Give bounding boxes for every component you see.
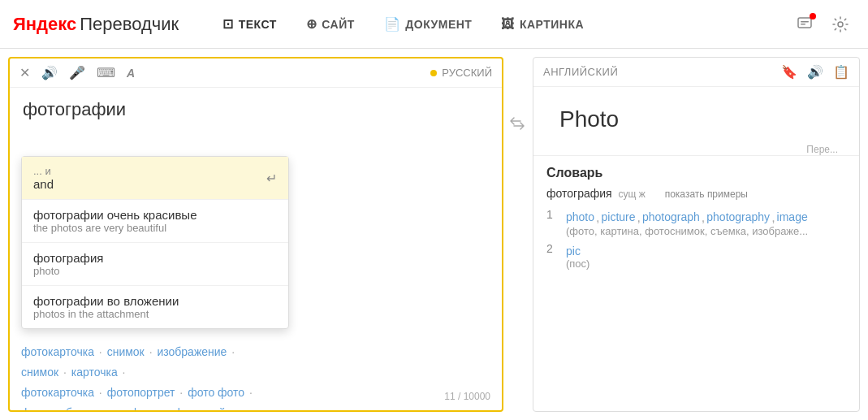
dict-word: фотография <box>546 187 612 200</box>
dict-hint-1: (фото, картина, фотоснимок, съемка, изоб… <box>566 225 808 237</box>
autocomplete-dropdown: ... и and ↵ фотографии очень красивые th… <box>21 156 289 329</box>
tab-text[interactable]: ⊡ ТЕКСТ <box>211 10 288 38</box>
dict-row-1: 1 photo, picture, photograph, photograph… <box>546 208 846 237</box>
mic-icon[interactable]: 🎤 <box>69 65 85 80</box>
autocomplete-suggestion-3: фотографии во вложении <box>33 294 179 308</box>
syn-fotoizob[interactable]: фотоизображение <box>21 406 118 410</box>
copy-icon[interactable]: 📋 <box>833 64 849 80</box>
logo-subtitle: Переводчик <box>80 14 179 35</box>
syn-fotosnimok[interactable]: фотографический снимок <box>131 406 266 410</box>
logo-yandex: Яндекс <box>13 14 76 35</box>
dictionary-title: Словарь <box>546 166 846 180</box>
lang-dot <box>430 70 437 76</box>
dict-num-1: 1 <box>546 208 559 221</box>
source-toolbar: ✕ 🔊 🎤 ⌨ A РУССКИЙ <box>10 58 502 88</box>
syn-фотокарточка[interactable]: фотокарточка <box>21 345 94 358</box>
dict-trans-photograph[interactable]: photograph <box>642 210 700 225</box>
logo: Яндекс Переводчик <box>13 14 179 35</box>
source-panel: ✕ 🔊 🎤 ⌨ A РУССКИЙ фотографии ... и and ↵ <box>8 57 503 412</box>
notification-dot <box>810 13 816 19</box>
settings-button[interactable] <box>826 10 855 39</box>
dictionary-section: Словарь фотография сущ ж показать пример… <box>533 155 859 411</box>
source-lang-label: РУССКИЙ <box>430 67 492 79</box>
dict-trans-image[interactable]: image <box>777 210 808 225</box>
syn-изображение[interactable]: изображение <box>157 345 227 358</box>
right-toolbar-icons: 🔖 🔊 📋 <box>781 64 849 80</box>
keyboard-icon[interactable]: ⌨ <box>97 65 115 80</box>
image-tab-icon: 🖼 <box>501 17 515 32</box>
syn-fotoportret2[interactable]: фотопортрет <box>107 386 175 399</box>
autocomplete-hint: ... и <box>33 165 54 177</box>
translation-section: Photo Пере... <box>533 87 859 155</box>
text-style-icon[interactable]: A <box>127 67 135 80</box>
autocomplete-sub-1: the photos are very beautiful <box>33 222 196 234</box>
dict-row-2: 2 pic (пос) <box>546 242 846 270</box>
dict-hint-2: (пос) <box>566 258 589 270</box>
svg-rect-0 <box>798 18 811 28</box>
tab-image-label: КАРТИНКА <box>520 18 584 31</box>
autocomplete-suggestion-1: фотографии очень красивые <box>33 208 196 222</box>
perephrase-label: Пере... <box>546 144 846 155</box>
header-right <box>790 10 855 39</box>
autocomplete-sub-3: photos in the attachment <box>33 308 179 320</box>
autocomplete-sub-2: photo <box>33 265 103 277</box>
header: Яндекс Переводчик ⊡ ТЕКСТ ⊕ САЙТ 📄 ДОКУМ… <box>0 0 868 49</box>
dict-pos: сущ ж <box>619 188 646 200</box>
char-count: 11 / 10000 <box>444 391 490 402</box>
dict-trans-photo[interactable]: photo <box>566 210 594 225</box>
main-content: ✕ 🔊 🎤 ⌨ A РУССКИЙ фотографии ... и and ↵ <box>0 49 868 420</box>
history-button[interactable] <box>790 10 819 39</box>
nav-tabs: ⊡ ТЕКСТ ⊕ САЙТ 📄 ДОКУМЕНТ 🖼 КАРТИНКА <box>211 10 790 38</box>
autocomplete-main: and <box>33 177 54 191</box>
close-icon[interactable]: ✕ <box>19 65 30 80</box>
target-lang-label: АНГЛИЙСКИЙ <box>543 66 618 78</box>
autocomplete-suggestion-2: фотография <box>33 251 103 265</box>
autocomplete-item-1[interactable]: фотографии очень красивые the photos are… <box>22 200 288 243</box>
syn-снимок[interactable]: снимок <box>107 345 145 358</box>
autocomplete-item-2[interactable]: фотография photo <box>22 243 288 286</box>
dict-translations-1: photo, picture, photograph, photography,… <box>566 210 808 225</box>
tab-document[interactable]: 📄 ДОКУМЕНТ <box>373 10 484 38</box>
text-tab-icon: ⊡ <box>222 16 234 32</box>
tab-site[interactable]: ⊕ САЙТ <box>295 10 366 38</box>
dict-trans-picture[interactable]: picture <box>602 210 636 225</box>
dictionary-entry: фотография сущ ж показать примеры <box>546 187 846 200</box>
document-tab-icon: 📄 <box>384 16 401 32</box>
syn-otpechatok[interactable]: отпечаток <box>279 406 330 410</box>
show-examples-button[interactable]: показать примеры <box>665 188 748 200</box>
syn-fotoportret[interactable]: фотокарточка <box>21 386 94 399</box>
enter-icon: ↵ <box>266 171 277 186</box>
synonyms-area: фотокарточка · снимок · изображение · сн… <box>10 336 502 411</box>
syn-foto[interactable]: фото фото <box>188 386 244 399</box>
speaker-icon[interactable]: 🔊 <box>41 65 58 80</box>
synonyms-line: фотокарточка · снимок · изображение · сн… <box>21 342 490 411</box>
bookmark-icon[interactable]: 🔖 <box>781 64 797 80</box>
svg-rect-2 <box>801 24 805 25</box>
tab-image[interactable]: 🖼 КАРТИНКА <box>490 11 595 38</box>
target-toolbar: АНГЛИЙСКИЙ 🔖 🔊 📋 <box>533 58 859 87</box>
autocomplete-item-and[interactable]: ... и and ↵ <box>22 157 288 200</box>
svg-rect-1 <box>801 21 809 23</box>
syn-карточка2[interactable]: карточка <box>71 366 118 379</box>
tab-document-label: ДОКУМЕНТ <box>405 18 472 31</box>
input-text: фотографии <box>23 99 126 119</box>
site-tab-icon: ⊕ <box>306 16 317 32</box>
right-speaker-icon[interactable]: 🔊 <box>807 64 823 80</box>
dict-trans-pic[interactable]: pic <box>566 245 581 258</box>
dict-trans-photography[interactable]: photography <box>706 210 770 225</box>
syn-карточка[interactable]: снимок <box>21 366 58 379</box>
dict-translations-2: pic <box>566 245 589 258</box>
swap-languages-button[interactable] <box>505 114 529 133</box>
dict-num-2: 2 <box>546 242 559 255</box>
autocomplete-item-3[interactable]: фотографии во вложении photos in the att… <box>22 286 288 328</box>
tab-text-label: ТЕКСТ <box>239 18 277 31</box>
tab-site-label: САЙТ <box>322 18 355 31</box>
target-panel: АНГЛИЙСКИЙ 🔖 🔊 📋 Photo Пере... Словарь ф… <box>533 57 860 412</box>
translation-output: Photo <box>546 95 846 144</box>
svg-point-3 <box>838 22 843 27</box>
